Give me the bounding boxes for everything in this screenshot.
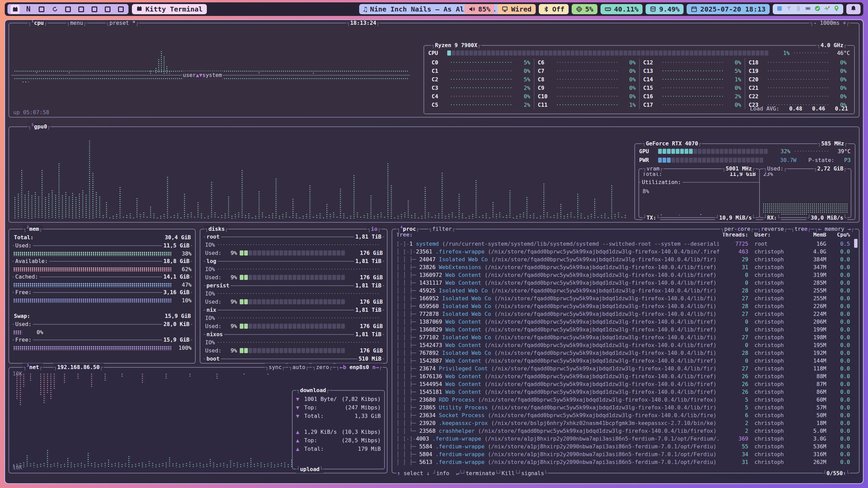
- update-interval-control[interactable]: ┐- 1000ms +┌: [809, 19, 850, 27]
- square-workspace-icon[interactable]: [37, 5, 46, 14]
- process-row-166952[interactable]: │ │ ├─ 166952 Isolated Web Co (/nix/stor…: [396, 294, 856, 302]
- upload-title: ┘upload└: [296, 465, 323, 473]
- process-row-1360829[interactable]: │ │ ├─ 1360829 Web Content (/nix/store/f…: [396, 326, 856, 333]
- network-pill[interactable]: Wired: [497, 4, 535, 14]
- disks-panel-title[interactable]: ┐disks┌: [204, 225, 229, 233]
- reverse-toggle[interactable]: ┐reverse┌: [757, 225, 788, 233]
- process-row-24047[interactable]: │ │ ├─ 24047 Isolated Web Co (/nix/store…: [396, 256, 856, 263]
- square-workspace-icon[interactable]: [116, 5, 125, 14]
- gpu-power-row: PWR 30.7W P-state: P3: [639, 156, 851, 164]
- tray-check-icon[interactable]: [814, 5, 821, 14]
- cpu-pill[interactable]: 5%: [572, 4, 597, 14]
- tray-blue-icon[interactable]: [776, 5, 783, 14]
- vram-used-label: ┐Used:┌: [763, 165, 787, 172]
- process-row-23561[interactable]: │ [-]-23561 .firefox-wrappe (/nix/store/…: [396, 248, 856, 256]
- disk-nixos-io: IO%: [204, 339, 384, 346]
- disk-boot: boot510 MiB: [204, 355, 384, 363]
- core-row-c2: C25%: [432, 75, 530, 84]
- process-row-1676136[interactable]: │ │ ├─ 1676136 Web Content (/nix/store/f…: [396, 372, 856, 380]
- process-row-5613[interactable]: │ │ ├─ 5613 .ferdium-wrappe (/nix/store/…: [396, 458, 856, 466]
- process-row-23680[interactable]: │ │ ├─ 23680 RDD Process (/nix/store/fqa…: [396, 396, 856, 404]
- process-row-4003[interactable]: │ [-]-4003 .ferdium-wrappe (/nix/store/a…: [396, 435, 856, 443]
- footer-info-button[interactable]: ┘info ↵└: [433, 469, 462, 477]
- net-auto-button[interactable]: ┐auto┌: [288, 363, 309, 371]
- rx-label: ┘RX:└: [763, 214, 781, 222]
- proc-scrollbar-thumb[interactable]: [854, 239, 857, 248]
- memory-pill[interactable]: 40.11%: [600, 4, 643, 14]
- process-row-5804[interactable]: │ │ ├─ 5804 .ferdium-wrappe (/nix/store/…: [396, 450, 856, 458]
- mem-panel-title[interactable]: ┐2mem┌: [23, 225, 43, 233]
- mem-strip: 38%: [13, 250, 192, 257]
- menu-button[interactable]: ┐menu┌: [66, 19, 87, 27]
- process-row-1387069[interactable]: │ │ ├─ 1387069 Web Content (/nix/store/f…: [396, 318, 856, 326]
- network-panel: ┐3net┌ ┐192.168.86.50┌ ┐sync┌ ┐auto┌ ┐ze…: [8, 367, 388, 473]
- process-row-23568[interactable]: │ │ └─ 23568 crashhelper (/nix/store/fqa…: [396, 427, 856, 435]
- process-row-577102[interactable]: │ │ ├─ 577102 Isolated Web Co (/nix/stor…: [396, 333, 856, 341]
- refresh-workspace-icon[interactable]: [50, 5, 59, 14]
- per-core-toggle[interactable]: ┐per-core┌: [720, 225, 754, 233]
- download-stats: ▼1001 Byte/(7,82 Kibps)▼Top:(247 Mibps)▼…: [296, 395, 381, 420]
- process-row-1[interactable]: [-]-1 systemd (/run/current-system/syste…: [396, 240, 856, 248]
- process-row-1545181[interactable]: │ │ ├─ 1545181 Web Content (/nix/store/f…: [396, 388, 856, 396]
- footer-Kill-button[interactable]: ┘Kill└: [498, 469, 518, 477]
- net-ip-address: ┐192.168.86.50┌: [53, 363, 104, 371]
- volume-pill[interactable]: 85%: [465, 4, 494, 14]
- process-row-1544954[interactable]: │ │ ├─ 1544954 Web Content (/nix/store/f…: [396, 380, 856, 388]
- footer-terminate-button[interactable]: ┘terminate└: [462, 469, 498, 477]
- process-row-1542887[interactable]: │ │ ├─ 1542887 Web Content (/nix/store/f…: [396, 357, 856, 365]
- bluetooth-pill[interactable]: Off: [539, 4, 569, 14]
- tree-toggle[interactable]: ┐tree┌: [791, 225, 812, 233]
- cpu-panel-title[interactable]: ┐1cpu┌: [27, 19, 48, 27]
- mem-gap: [13, 304, 192, 311]
- process-row-23674[interactable]: │ │ ├─ 23674 Privileged Cont (/nix/store…: [396, 365, 856, 372]
- gpu-panel-title[interactable]: ┐5gpu0┌: [27, 123, 51, 130]
- preset-button[interactable]: ┐preset *┌: [105, 19, 139, 27]
- n-workspace-icon[interactable]: N: [24, 5, 33, 14]
- process-row-1360972[interactable]: │ │ ├─ 1360972 Web Content (/nix/store/f…: [396, 271, 856, 279]
- active-window-pill[interactable]: Kitty Terminal: [132, 4, 207, 14]
- tray-phone-icon[interactable]: [795, 5, 802, 14]
- footer-signals-button[interactable]: ┘signals└: [518, 469, 548, 477]
- square-workspace-icon[interactable]: [63, 5, 73, 14]
- process-row-23826[interactable]: │ │ ├─ 23826 WebExtensions (/nix/store/f…: [396, 263, 856, 271]
- io-mode-button[interactable]: ┐io┌: [367, 225, 381, 233]
- disk-root: root1,81 TiB: [204, 233, 384, 241]
- sort-column-switcher[interactable]: ┐← memory →┌: [814, 225, 855, 233]
- net-panel-title[interactable]: ┐3net┌: [23, 363, 43, 371]
- footer-select-button[interactable]: ↑ select ↓: [397, 469, 433, 477]
- net-zero-button[interactable]: ┐zero┌: [312, 363, 333, 371]
- process-row-1431117[interactable]: │ │ ├─ 1431117 Web Content (/nix/store/f…: [396, 279, 856, 287]
- notifications-pill[interactable]: [846, 4, 861, 14]
- process-row-5584[interactable]: │ │ ├─ 5584 .ferdium-wrappe (/nix/store/…: [396, 443, 856, 450]
- process-row-1542473[interactable]: │ │ ├─ 1542473 Web Content (/nix/store/f…: [396, 341, 856, 349]
- tray-activity-icon[interactable]: [824, 5, 830, 14]
- process-row-23865[interactable]: │ │ ├─ 23865 Utility Process (/nix/store…: [396, 404, 856, 411]
- process-row-45925[interactable]: │ │ ├─ 45925 Isolated Web Co (/nix/store…: [396, 287, 856, 294]
- mem-line-available: Available:18,8 GiB: [13, 257, 192, 265]
- proc-panel-title[interactable]: ┐4proc┌: [396, 225, 420, 233]
- net-interface-switcher[interactable]: ┐←b enp8s0 n→┌: [336, 363, 383, 371]
- core-row-c19: C190%: [749, 67, 847, 75]
- process-row-772878[interactable]: │ │ ├─ 772878 Isolated Web Co (/nix/stor…: [396, 310, 856, 318]
- disk-pill[interactable]: 9.49%: [646, 4, 684, 14]
- disk-log-io: IO%: [204, 265, 384, 273]
- square-workspace-icon[interactable]: [90, 5, 99, 14]
- process-row-23920[interactable]: │ │ ├─ 23920 .keepassxc-prox (/nix/store…: [396, 419, 856, 427]
- clock-pill[interactable]: 2025-07-20 18:13: [687, 4, 770, 14]
- mem-plain-total: Total:30,4 GiB: [13, 233, 192, 242]
- system-tray[interactable]: [773, 4, 843, 14]
- tray-keyboard-icon[interactable]: [805, 5, 811, 14]
- filter-button[interactable]: ┐filter┌: [428, 225, 456, 233]
- process-row-23634[interactable]: │ │ ├─ 23634 Socket Process (/nix/store/…: [396, 411, 856, 419]
- process-row-659560[interactable]: │ │ ├─ 659560 Isolated Web Co (/nix/stor…: [396, 302, 856, 310]
- disk-nix: nix1,81 TiB: [204, 306, 384, 314]
- square-workspace-icon[interactable]: [103, 5, 112, 14]
- cat-workspace-icon[interactable]: [11, 5, 20, 14]
- process-row-767892[interactable]: │ │ ├─ 767892 Isolated Web Co (/nix/stor…: [396, 349, 856, 357]
- square-workspace-icon[interactable]: [77, 5, 86, 14]
- tray-pin-icon[interactable]: [833, 5, 840, 14]
- net-sync-button[interactable]: ┐sync┌: [265, 363, 286, 371]
- mem-line-used: Used:28,0 KiB: [13, 320, 192, 328]
- tray-funnel-icon[interactable]: [786, 5, 792, 14]
- download-stat-row: ▼Top:(247 Mibps): [296, 403, 381, 412]
